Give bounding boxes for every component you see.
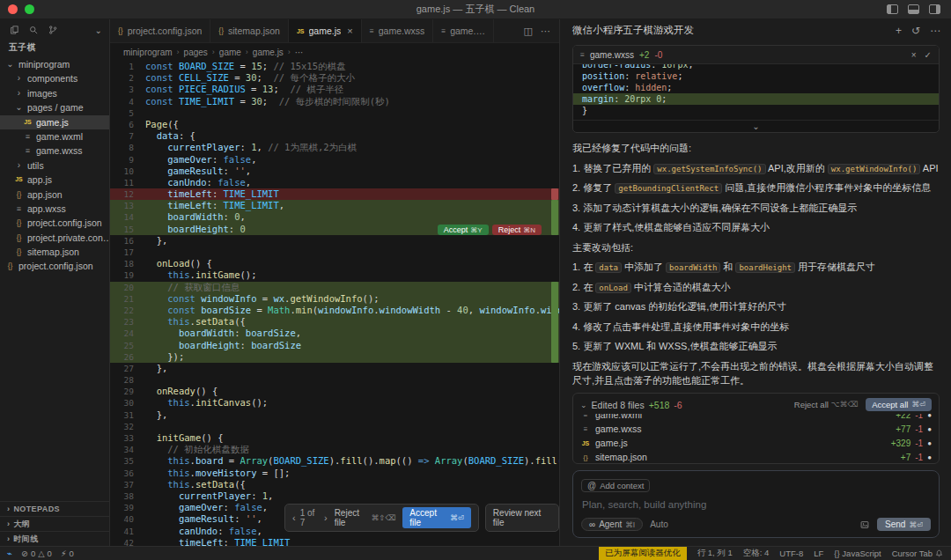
accept-snippet-icon[interactable]: ✓	[925, 50, 932, 60]
code-line-23[interactable]: 23 this.setData({	[110, 316, 559, 328]
code-line-31[interactable]: 31 },	[110, 409, 559, 421]
search-icon[interactable]	[28, 25, 39, 35]
problems-indicator[interactable]: ⊘ 0 △ 0	[21, 549, 52, 558]
review-next-file-button[interactable]: Review next file	[485, 504, 559, 532]
code-line-6[interactable]: 6Page({	[110, 119, 559, 130]
breadcrumb-item[interactable]: game.js	[253, 48, 284, 57]
source-control-icon[interactable]	[48, 25, 58, 35]
code-line-20[interactable]: 20 // 获取窗口信息	[110, 282, 559, 293]
code-line-10[interactable]: 10 gameResult: '',	[110, 166, 559, 177]
new-chat-icon[interactable]: +	[896, 25, 902, 37]
code-line-14[interactable]: 14 boardWidth: 0,	[110, 211, 559, 223]
code-line-32[interactable]: 32	[110, 421, 559, 432]
code-line-21[interactable]: 21 const windowInfo = wx.getWindowInfo()…	[110, 293, 559, 305]
tree-item-project-config-json[interactable]: {}project.config.json	[0, 216, 109, 230]
status-cursor-position[interactable]: 行 1, 列 1	[697, 548, 733, 559]
explorer-icon[interactable]	[9, 25, 19, 35]
tree-item-sitemap-json[interactable]: {}sitemap.json	[0, 245, 109, 259]
code-line-34[interactable]: 34 // 初始化棋盘数据	[110, 444, 559, 455]
tree-item-components[interactable]: ›components	[0, 71, 109, 85]
status-screen-reader[interactable]: 已为屏幕阅读器优化	[599, 547, 687, 560]
code-line-22[interactable]: 22 const boardSize = Math.min(windowInfo…	[110, 305, 559, 316]
accept-diff-button[interactable]: Accept ⌘Y	[438, 225, 489, 235]
close-window-button[interactable]	[8, 4, 18, 14]
code-line-4[interactable]: 4const TIME_LIMIT = 30; // 每步棋的时间限制(秒)	[110, 96, 559, 107]
code-line-28[interactable]: 28	[110, 374, 559, 386]
code-line-8[interactable]: 8 currentPlayer: 1, // 1为黑棋,2为白棋	[110, 142, 559, 153]
edited-files-header[interactable]: ⌄ Edited 8 files +518 -6 Reject all ⌥⌘⌫ …	[573, 394, 939, 414]
edited-file-game-wxss[interactable]: ≡game.wxss+77-1●	[580, 422, 932, 436]
code-line-38[interactable]: 38 currentPlayer: 1,	[110, 490, 559, 502]
breadcrumb-item[interactable]: ⋯	[295, 48, 304, 57]
split-editor-icon[interactable]: ◫	[524, 26, 533, 37]
tree-item-project-private-con[interactable]: {}project.private.con…	[0, 231, 109, 245]
code-line-26[interactable]: 26 });	[110, 351, 559, 363]
prev-diff-icon[interactable]: ‹	[292, 512, 296, 523]
reject-diff-button[interactable]: Reject ⌘N	[492, 225, 542, 235]
code-line-29[interactable]: 29 onReady() {	[110, 386, 559, 397]
breadcrumb-item[interactable]: miniprogram	[123, 48, 173, 57]
reject-snippet-icon[interactable]: ×	[911, 50, 917, 60]
project-name[interactable]: 五子棋	[0, 39, 109, 57]
code-line-42[interactable]: 42 timeLeft: TIME_LIMIT	[110, 537, 559, 546]
close-tab-icon[interactable]: ×	[347, 26, 352, 36]
code-line-25[interactable]: 25 boardHeight: boardSize	[110, 340, 559, 351]
edited-file-game-js[interactable]: JSgame.js+329-1●	[580, 436, 932, 450]
tab-game-wxml[interactable]: ≡game.wxml	[433, 19, 494, 42]
tab-game-wxss[interactable]: ≡game.wxss	[362, 19, 433, 42]
history-icon[interactable]: ↺	[911, 25, 920, 37]
tab-sitemap-json[interactable]: {}sitemap.json	[210, 19, 289, 42]
add-context-button[interactable]: @ Add context	[581, 479, 650, 492]
next-diff-icon[interactable]: ›	[324, 512, 328, 523]
code-line-18[interactable]: 18 onLoad() {	[110, 258, 559, 269]
tree-item-miniprogram[interactable]: ⌄miniprogram	[0, 57, 109, 71]
status-language[interactable]: {} JavaScript	[834, 549, 881, 558]
tree-item-game-wxss[interactable]: ≡game.wxss	[0, 144, 109, 158]
sidebar-section-大纲[interactable]: ›大纲	[0, 516, 109, 531]
sidebar-section-时间线[interactable]: ›时间线	[0, 531, 109, 546]
code-line-27[interactable]: 27 },	[110, 363, 559, 374]
overview-ruler[interactable]	[550, 61, 558, 546]
status-encoding[interactable]: UTF-8	[779, 549, 803, 558]
breadcrumb-item[interactable]: game	[219, 48, 241, 57]
more-icon[interactable]: ⋯	[930, 25, 940, 37]
chat-composer[interactable]: @ Add context ∞ Agent ⌘I Auto Send	[572, 470, 940, 538]
tree-item-game-js[interactable]: JSgame.js	[0, 115, 109, 129]
code-line-24[interactable]: 24 boardWidth: boardSize,	[110, 328, 559, 339]
accept-all-button[interactable]: Accept all ⌘⏎	[866, 398, 932, 411]
tree-item-app-wxss[interactable]: ≡app.wxss	[0, 202, 109, 216]
code-line-16[interactable]: 16 },	[110, 235, 559, 247]
tree-item-project-config-json[interactable]: {}project.config.json	[0, 259, 109, 273]
chevron-down-icon[interactable]: ⌄	[95, 26, 102, 35]
toggle-panel-icon[interactable]	[908, 4, 919, 14]
tree-item-images[interactable]: ›images	[0, 86, 109, 100]
remote-icon[interactable]: ⌁	[7, 549, 12, 558]
code-line-5[interactable]: 5	[110, 107, 559, 119]
send-button[interactable]: Send ⌘⏎	[877, 518, 931, 531]
status-indentation[interactable]: 空格: 4	[743, 548, 770, 559]
accept-file-button[interactable]: Accept file ⌘⏎	[402, 507, 471, 528]
chevron-down-icon[interactable]: ⌄	[580, 401, 587, 409]
toggle-secondary-sidebar-icon[interactable]	[929, 4, 940, 14]
bell-icon[interactable]	[933, 549, 951, 558]
status-eol[interactable]: LF	[814, 549, 823, 558]
code-line-9[interactable]: 9 gameOver: false,	[110, 154, 559, 166]
tree-item-app-js[interactable]: JSapp.js	[0, 173, 109, 187]
code-line-11[interactable]: 11 canUndo: false,	[110, 177, 559, 188]
code-line-19[interactable]: 19 this.initGame();	[110, 269, 559, 281]
edited-file-game-wxml[interactable]: ≡game.wxml+22-1●	[580, 414, 932, 422]
diff-card-header[interactable]: ≡ game.wxss +2 -0 × ✓	[573, 46, 939, 64]
code-line-17[interactable]: 17	[110, 247, 559, 258]
code-area[interactable]: 1const BOARD_SIZE = 15; // 15x15的棋盘2cons…	[110, 61, 559, 546]
toggle-primary-sidebar-icon[interactable]	[887, 4, 898, 14]
tree-item-game-wxml[interactable]: ≡game.wxml	[0, 129, 109, 144]
code-line-7[interactable]: 7 data: {	[110, 130, 559, 142]
edited-files-list[interactable]: ≡game.wxml+22-1●≡game.wxss+77-1●JSgame.j…	[573, 414, 939, 463]
code-line-33[interactable]: 33 initGame() {	[110, 432, 559, 444]
code-line-13[interactable]: 13 timeLeft: TIME_LIMIT,	[110, 200, 559, 211]
chat-input[interactable]	[582, 499, 932, 510]
reject-file-button[interactable]: Reject file ⌘⇧⌫	[335, 508, 396, 527]
code-line-12[interactable]: 12 timeLeft: TIME_LIMIT	[110, 188, 559, 200]
attach-image-icon[interactable]	[859, 519, 870, 530]
tree-item-pages-game[interactable]: ⌄pages / game	[0, 100, 109, 114]
